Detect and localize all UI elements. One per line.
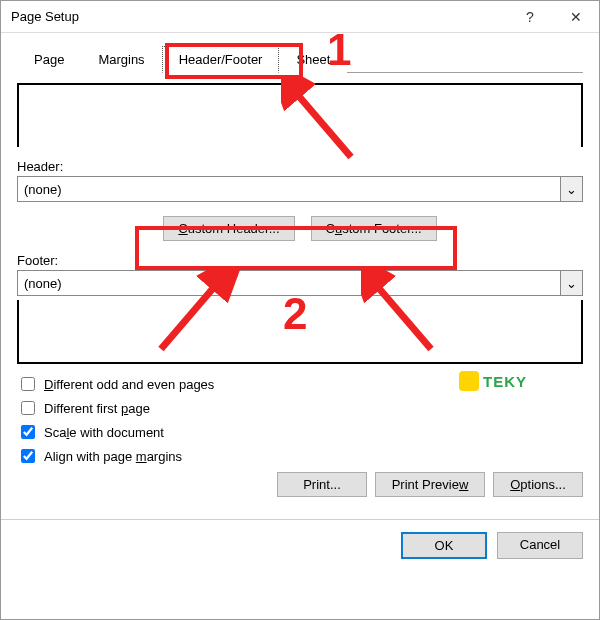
footer-combo-value: (none): [18, 276, 560, 291]
custom-header-button[interactable]: Custom Header...: [163, 216, 294, 241]
check-label: Different first page: [44, 401, 150, 416]
checkbox-scale-doc[interactable]: [21, 425, 35, 439]
ok-button[interactable]: OK: [401, 532, 487, 559]
header-combo[interactable]: (none) ⌄: [17, 176, 583, 202]
check-label: Different odd and even pages: [44, 377, 214, 392]
print-preview-label: Print Preview: [392, 477, 469, 492]
tab-page[interactable]: Page: [17, 46, 81, 73]
action-buttons-row: Print... Print Preview Options...: [17, 472, 583, 497]
tab-strip: Page Margins Header/Footer Sheet: [17, 45, 583, 73]
checkbox-diff-odd-even[interactable]: [21, 377, 35, 391]
titlebar: Page Setup ? ✕: [1, 1, 599, 33]
custom-header-label: Custom Header...: [178, 221, 279, 236]
header-combo-value: (none): [18, 182, 560, 197]
options-label: Options...: [510, 477, 566, 492]
check-scale-doc[interactable]: Scale with document: [17, 422, 583, 442]
tab-margins[interactable]: Margins: [81, 46, 161, 73]
footer-label: Footer:: [17, 253, 583, 268]
checkbox-group: Different odd and even pages Different f…: [17, 374, 583, 466]
check-align-margins[interactable]: Align with page margins: [17, 446, 583, 466]
custom-footer-label: Custom Footer...: [326, 221, 422, 236]
check-label: Scale with document: [44, 425, 164, 440]
footer-combo[interactable]: (none) ⌄: [17, 270, 583, 296]
dialog-content: Page Margins Header/Footer Sheet Header:…: [1, 33, 599, 505]
cancel-button[interactable]: Cancel: [497, 532, 583, 559]
chevron-down-icon[interactable]: ⌄: [560, 271, 582, 295]
window-title: Page Setup: [11, 9, 507, 24]
tab-header-footer[interactable]: Header/Footer: [162, 46, 280, 73]
print-button[interactable]: Print...: [277, 472, 367, 497]
check-label: Align with page margins: [44, 449, 182, 464]
close-button[interactable]: ✕: [553, 1, 599, 33]
print-preview-button[interactable]: Print Preview: [375, 472, 485, 497]
options-button[interactable]: Options...: [493, 472, 583, 497]
custom-footer-button[interactable]: Custom Footer...: [311, 216, 437, 241]
custom-buttons-row: Custom Header... Custom Footer...: [17, 216, 583, 241]
help-button[interactable]: ?: [507, 1, 553, 33]
chevron-down-icon[interactable]: ⌄: [560, 177, 582, 201]
checkbox-align-margins[interactable]: [21, 449, 35, 463]
check-diff-odd-even[interactable]: Different odd and even pages: [17, 374, 583, 394]
check-diff-first[interactable]: Different first page: [17, 398, 583, 418]
tab-sheet[interactable]: Sheet: [279, 46, 347, 73]
header-label: Header:: [17, 159, 583, 174]
header-preview: [17, 83, 583, 147]
checkbox-diff-first[interactable]: [21, 401, 35, 415]
footer-preview: [17, 300, 583, 364]
dialog-footer: OK Cancel: [1, 520, 599, 571]
